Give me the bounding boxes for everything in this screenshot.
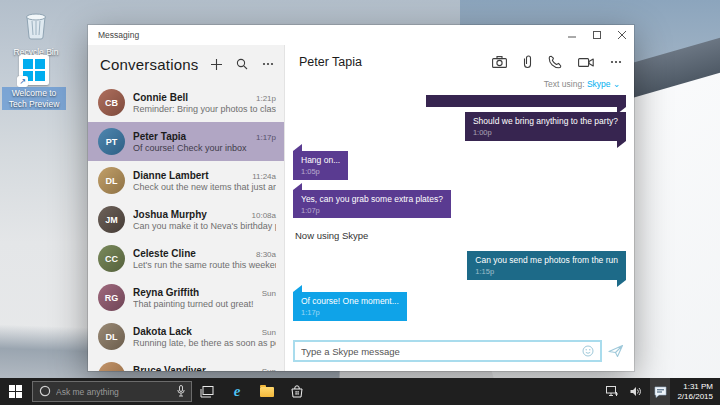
recycle-bin-icon (21, 8, 51, 44)
new-conversation-button[interactable] (211, 59, 222, 70)
conversation-item[interactable]: DL Dakota Lack Sun Running late, be ther… (88, 317, 284, 356)
message-text: Yes, can you grab some extra plates? (301, 194, 443, 205)
desktop-icon-recycle-bin[interactable]: Recycle Bin (4, 8, 68, 59)
message-preview: That painting turned out great! (133, 299, 276, 309)
message-time: Sun (262, 367, 276, 372)
conversation-item[interactable]: RG Reyna Griffith Sun That painting turn… (88, 278, 284, 317)
avatar: DL (98, 323, 125, 350)
message-text: Can you send me photos from the run (475, 255, 618, 266)
send-button[interactable] (608, 344, 624, 358)
contact-name: Dianne Lambert (133, 170, 248, 181)
close-button[interactable] (609, 25, 634, 45)
system-note: Now using Skype (295, 230, 626, 241)
message-bubble: Yes, can you grab some extra plates? 1:0… (293, 190, 451, 219)
contact-name: Dakota Lack (133, 326, 258, 337)
emoticon-button[interactable] (582, 345, 594, 357)
message-text: Should we bring anything to the party? (473, 116, 618, 127)
message-time: 1:05p (301, 167, 340, 177)
voice-call-button[interactable] (548, 55, 562, 69)
search-button[interactable] (236, 58, 248, 70)
message-text: Hang on... (301, 155, 340, 166)
desktop-icon-label: Welcome to Tech Preview (2, 87, 66, 110)
message-preview: Reminder: Bring your photos to class on … (133, 104, 276, 114)
message-input-box[interactable] (293, 340, 602, 362)
avatar: BV (98, 362, 125, 371)
avatar: CB (98, 89, 125, 116)
cortana-search-box[interactable] (32, 381, 192, 402)
conversation-item[interactable]: CC Celeste Cline 8:30a Let's run the sam… (88, 239, 284, 278)
minimize-button[interactable] (559, 25, 584, 45)
conversation-item[interactable]: JM Joshua Murphy 10:08a Can you make it … (88, 200, 284, 239)
conversation-list: CB Connie Bell 1:21p Reminder: Bring you… (88, 83, 284, 371)
system-tray: 1:31 PM 2/16/2015 (602, 378, 720, 405)
chat-panel: Peter Tapia (285, 45, 634, 371)
message-input[interactable] (301, 346, 582, 357)
conversations-title: Conversations (100, 56, 211, 73)
titlebar[interactable]: Messaging (88, 25, 634, 45)
text-using-label: Text using: (544, 79, 585, 89)
attachment-button[interactable] (523, 55, 532, 69)
conversation-item[interactable]: DL Dianne Lambert 11:24a Check out the n… (88, 161, 284, 200)
desktop-icon-welcome[interactable]: ↗ Welcome to Tech Preview (2, 55, 66, 110)
taskbar-clock[interactable]: 1:31 PM 2/16/2015 (677, 382, 713, 402)
text-using-service[interactable]: Skype (587, 79, 611, 89)
message-time: 11:24a (252, 172, 276, 181)
message-time: 1:00p (473, 128, 618, 138)
messaging-window: Messaging Conversations (88, 25, 634, 371)
more-options-button[interactable] (262, 62, 274, 66)
message-time: 1:21p (256, 94, 276, 103)
browser-edge-icon[interactable] (222, 378, 252, 405)
message-preview: Running late, be there as soon as possib… (133, 338, 276, 348)
avatar: PT (98, 128, 125, 155)
network-icon[interactable] (602, 378, 622, 405)
chat-contact-name: Peter Tapia (299, 55, 492, 69)
clock-date: 2/16/2015 (677, 392, 713, 402)
video-call-button[interactable] (578, 57, 594, 68)
conversation-item[interactable]: CB Connie Bell 1:21p Reminder: Bring you… (88, 83, 284, 122)
text-using-selector[interactable]: Text using: Skype ⌄ (285, 79, 634, 93)
message-thread: Should we bring anything to the party? 1… (285, 93, 634, 334)
message-text: Of course! One moment... (301, 296, 399, 307)
action-center-icon[interactable] (650, 378, 670, 405)
message-preview: Of course! Check your inbox (133, 143, 276, 153)
maximize-button[interactable] (584, 25, 609, 45)
windows-flag-icon: ↗ (19, 55, 49, 85)
message-preview: Let's run the same route this weekend (133, 260, 276, 270)
contact-name: Connie Bell (133, 92, 252, 103)
microphone-icon[interactable] (177, 383, 185, 401)
start-button[interactable] (0, 378, 30, 405)
cortana-icon (39, 383, 51, 401)
volume-icon[interactable] (626, 378, 646, 405)
camera-button[interactable] (492, 56, 507, 68)
conversation-item-selected[interactable]: PT Peter Tapia 1:17p Of course! Check yo… (88, 122, 284, 161)
message-bubble: Of course! One moment... 1:17p (293, 292, 407, 321)
message-time: Sun (262, 289, 276, 298)
file-explorer-icon[interactable] (252, 378, 282, 405)
shortcut-arrow-icon: ↗ (17, 76, 28, 87)
contact-name: Joshua Murphy (133, 209, 248, 220)
message-time: 1:07p (301, 206, 443, 216)
avatar: RG (98, 284, 125, 311)
message-time: 1:17p (256, 133, 276, 142)
window-title: Messaging (88, 30, 139, 40)
contact-name: Reyna Griffith (133, 287, 258, 298)
message-bubble: Can you send me photos from the run 1:15… (467, 251, 626, 280)
conversation-item[interactable]: BV Bruce Vandiver Sun Heard we may be as… (88, 356, 284, 371)
message-time: 1:17p (301, 308, 399, 318)
message-time: 1:15p (475, 267, 618, 277)
message-preview: Can you make it to Neva's birthday party… (133, 221, 276, 231)
clock-time: 1:31 PM (677, 382, 713, 392)
message-time: 10:08a (252, 211, 276, 220)
avatar: JM (98, 206, 125, 233)
task-view-button[interactable] (192, 378, 222, 405)
message-time: 8:30a (256, 250, 276, 259)
message-bubble-partial (426, 95, 626, 107)
message-time: Sun (262, 328, 276, 337)
windows-store-icon[interactable] (282, 378, 312, 405)
chevron-down-icon: ⌄ (613, 79, 620, 89)
taskbar-search-input[interactable] (56, 387, 172, 397)
message-bubble: Hang on... 1:05p (293, 151, 348, 180)
taskbar: 1:31 PM 2/16/2015 (0, 378, 720, 405)
avatar: CC (98, 245, 125, 272)
chat-more-button[interactable] (610, 60, 622, 64)
